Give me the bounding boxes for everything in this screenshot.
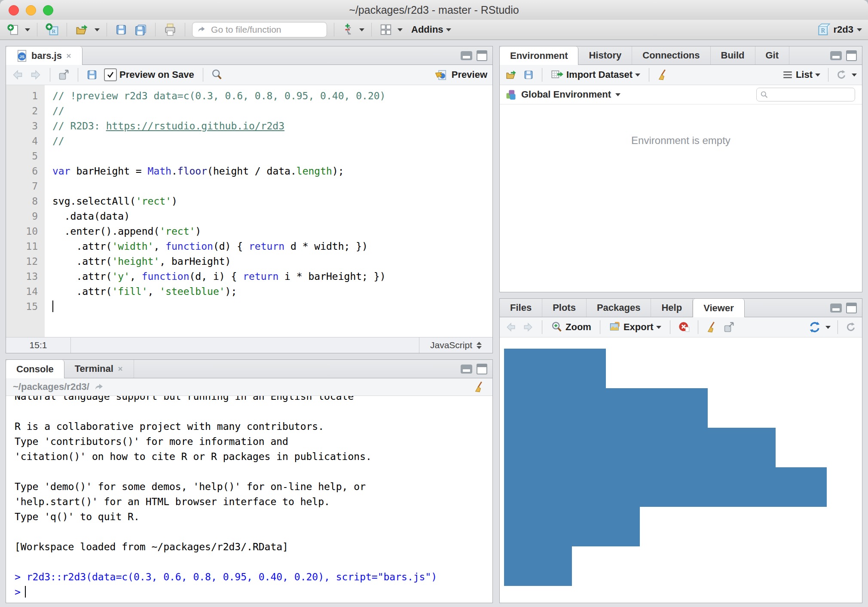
code-line[interactable]: .attr('y', function(d, i) { return i * b… xyxy=(52,269,492,284)
code-editor[interactable]: 123456789101112131415 // !preview r2d3 d… xyxy=(6,85,492,337)
viewer-content[interactable] xyxy=(500,337,862,603)
version-control-caret-icon[interactable] xyxy=(359,28,364,31)
tab-terminal[interactable]: Terminal xyxy=(64,360,134,378)
minimize-pane-icon[interactable] xyxy=(830,304,842,313)
tab-files[interactable]: Files xyxy=(500,299,542,317)
save-button[interactable] xyxy=(114,22,128,37)
code-line[interactable]: // !preview r2d3 data=c(0.3, 0.6, 0.8, 0… xyxy=(52,89,492,104)
maximize-pane-icon[interactable] xyxy=(846,303,857,313)
project-menu-button[interactable]: R r2d3 xyxy=(816,23,862,37)
console-prompt[interactable]: > xyxy=(15,585,492,600)
left-column: JS bars.js xyxy=(6,46,493,603)
code-token: . xyxy=(171,166,177,177)
checkbox-checked-icon[interactable] xyxy=(104,68,117,81)
popout-window-icon[interactable] xyxy=(723,321,735,333)
list-view-button[interactable]: List xyxy=(781,68,821,81)
code-line[interactable]: .data(data) xyxy=(52,209,492,224)
code-line[interactable] xyxy=(52,299,492,314)
code-line[interactable]: svg.selectAll('rect') xyxy=(52,194,492,209)
export-button[interactable]: Export xyxy=(608,321,662,334)
load-workspace-icon[interactable] xyxy=(505,69,518,80)
code-token: , xyxy=(148,286,160,297)
search-icon[interactable] xyxy=(211,69,223,81)
import-dataset-button[interactable]: Import Dataset xyxy=(550,68,641,82)
new-file-button[interactable] xyxy=(6,22,21,37)
clear-objects-icon[interactable] xyxy=(657,69,669,81)
preview-button[interactable]: Preview xyxy=(434,68,487,81)
close-tab-icon[interactable] xyxy=(66,53,72,59)
goto-file-input[interactable] xyxy=(210,24,322,35)
maximize-pane-icon[interactable] xyxy=(477,364,487,374)
code-line[interactable]: .enter().append('rect') xyxy=(52,224,492,239)
scope-caret-icon[interactable] xyxy=(615,93,620,96)
tab-viewer[interactable]: Viewer xyxy=(693,299,745,317)
tab-packages[interactable]: Packages xyxy=(587,299,651,317)
tab-build[interactable]: Build xyxy=(711,46,755,64)
minimize-pane-icon[interactable] xyxy=(461,51,472,60)
environment-search-box[interactable] xyxy=(756,88,855,101)
language-selector[interactable]: JavaScript xyxy=(419,337,492,353)
toolbar-separator xyxy=(185,23,185,37)
code-line[interactable]: .attr('fill', 'steelblue'); xyxy=(52,284,492,299)
code-line[interactable]: // xyxy=(52,104,492,119)
minimize-pane-icon[interactable] xyxy=(830,51,842,60)
maximize-pane-icon[interactable] xyxy=(846,50,857,61)
zoom-button[interactable]: Zoom xyxy=(550,320,592,334)
code-line[interactable]: // xyxy=(52,134,492,149)
code-line[interactable]: // R2D3: https://rstudio.github.io/r2d3 xyxy=(52,119,492,134)
addins-button[interactable]: Addins xyxy=(410,23,452,36)
line-number: 6 xyxy=(6,164,38,179)
tab-environment[interactable]: Environment xyxy=(500,46,578,65)
open-file-button[interactable] xyxy=(74,22,90,37)
tab-console[interactable]: Console xyxy=(6,360,64,378)
print-button[interactable] xyxy=(162,22,178,37)
minimize-pane-icon[interactable] xyxy=(461,365,472,374)
remove-item-icon[interactable] xyxy=(678,321,690,333)
refresh-icon[interactable] xyxy=(845,321,857,333)
console-output[interactable]: Natural language support but running in … xyxy=(6,396,492,603)
maximize-pane-icon[interactable] xyxy=(477,50,487,61)
tab-plots[interactable]: Plots xyxy=(542,299,587,317)
close-tab-icon[interactable] xyxy=(117,366,123,372)
code-area[interactable]: // !preview r2d3 data=c(0.3, 0.6, 0.8, 0… xyxy=(45,85,492,337)
popout-window-icon[interactable] xyxy=(58,69,70,81)
forward-icon[interactable] xyxy=(522,322,534,332)
preview-on-save-checkbox[interactable]: Preview on Save xyxy=(103,67,195,82)
minimize-window-button[interactable] xyxy=(26,5,36,15)
sync-caret-icon[interactable] xyxy=(825,326,831,329)
new-file-caret-icon[interactable] xyxy=(25,28,30,31)
scope-label[interactable]: Global Environment xyxy=(521,89,611,100)
clear-viewer-icon[interactable] xyxy=(706,321,718,333)
tab-history[interactable]: History xyxy=(578,46,632,64)
version-control-button[interactable] xyxy=(341,22,355,37)
zoom-window-button[interactable] xyxy=(43,5,53,15)
share-arrow-icon[interactable] xyxy=(94,382,104,392)
forward-icon[interactable] xyxy=(29,69,42,80)
code-line[interactable]: var barHeight = Math.floor(height / data… xyxy=(52,164,492,179)
code-line[interactable] xyxy=(52,149,492,164)
code-line[interactable]: .attr('width', function(d) { return d * … xyxy=(52,239,492,254)
refresh-caret-icon[interactable] xyxy=(852,74,857,77)
new-project-button[interactable]: R xyxy=(44,22,60,37)
panes-caret-icon[interactable] xyxy=(397,28,403,31)
goto-file-box[interactable] xyxy=(192,22,327,37)
workspace-panes-button[interactable] xyxy=(379,22,393,37)
code-line[interactable] xyxy=(52,179,492,194)
refresh-icon[interactable] xyxy=(835,69,847,81)
code-line[interactable]: .attr('height', barHeight) xyxy=(52,254,492,269)
tab-git[interactable]: Git xyxy=(755,46,790,64)
save-icon[interactable] xyxy=(86,69,98,81)
back-icon[interactable] xyxy=(505,322,517,332)
save-workspace-icon[interactable] xyxy=(523,69,534,80)
open-recent-caret-icon[interactable] xyxy=(95,28,100,31)
sync-icon[interactable] xyxy=(808,321,821,334)
tab-help[interactable]: Help xyxy=(651,299,693,317)
tab-bars-js[interactable]: JS bars.js xyxy=(6,46,83,65)
cursor-position[interactable]: 15:1 xyxy=(6,337,71,353)
close-window-button[interactable] xyxy=(9,5,19,15)
clear-console-icon[interactable] xyxy=(474,381,486,393)
environment-search-input[interactable] xyxy=(772,89,851,100)
back-icon[interactable] xyxy=(11,69,24,80)
tab-connections[interactable]: Connections xyxy=(632,46,710,64)
save-all-button[interactable] xyxy=(133,22,148,37)
